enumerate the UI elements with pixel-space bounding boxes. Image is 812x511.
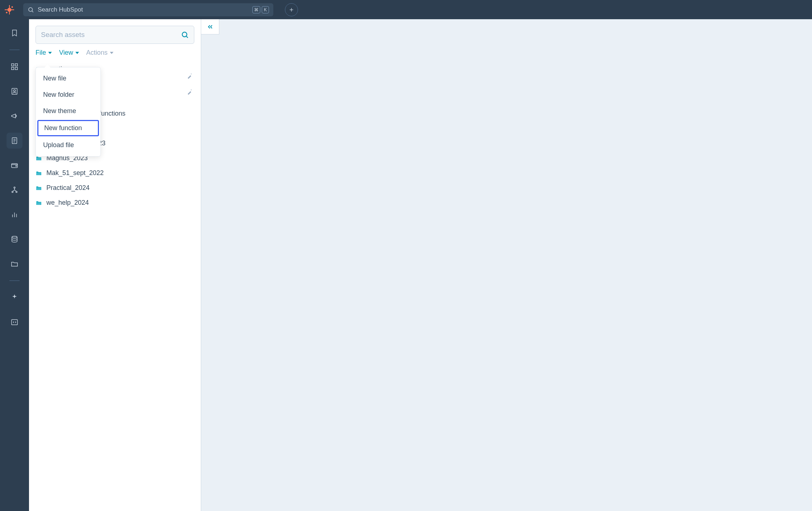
- svg-line-32: [186, 36, 188, 38]
- global-search[interactable]: ⌘ K: [23, 3, 273, 16]
- nav-divider: [9, 281, 20, 281]
- svg-point-24: [12, 191, 13, 193]
- svg-rect-14: [15, 67, 17, 70]
- svg-point-22: [16, 165, 17, 166]
- nav-apps[interactable]: [7, 59, 22, 75]
- collapse-all-button[interactable]: [186, 73, 193, 81]
- tree-item-label: Practical_2024: [46, 184, 90, 192]
- file-dropdown: New fileNew folderNew themeNew functionU…: [36, 67, 101, 157]
- view-menu[interactable]: View: [59, 49, 79, 57]
- svg-rect-2: [9, 11, 10, 14]
- wallet-icon: [11, 161, 18, 169]
- workflow-icon: [11, 186, 18, 194]
- nav-code[interactable]: [7, 314, 22, 330]
- nav-commerce[interactable]: [7, 157, 22, 173]
- wand-icon: [186, 73, 193, 79]
- nav-contacts[interactable]: [7, 83, 22, 99]
- chart-icon: [11, 211, 18, 219]
- chevron-double-left-icon: [207, 23, 214, 30]
- folder-icon: [11, 260, 18, 268]
- nav-automation[interactable]: [7, 182, 22, 198]
- expand-all-button[interactable]: [186, 89, 193, 97]
- plus-icon: [289, 7, 294, 13]
- file-menu-item[interactable]: New function: [37, 120, 99, 136]
- nav-divider: [9, 50, 20, 50]
- svg-point-16: [13, 90, 16, 92]
- svg-line-8: [32, 11, 33, 12]
- create-button[interactable]: [285, 3, 298, 16]
- actions-menu[interactable]: Actions: [86, 49, 113, 57]
- top-bar: ⌘ K: [0, 0, 812, 19]
- svg-point-29: [12, 236, 17, 238]
- folder-icon: [36, 185, 42, 191]
- folder-icon: [36, 170, 42, 176]
- nav-ai[interactable]: [7, 290, 22, 306]
- svg-point-23: [14, 187, 15, 188]
- hubspot-logo[interactable]: [4, 5, 14, 15]
- tree-item-label: we_help_2024: [46, 199, 89, 207]
- svg-rect-13: [12, 67, 14, 70]
- megaphone-icon: [11, 112, 18, 120]
- svg-rect-3: [5, 9, 8, 10]
- file-menu-item[interactable]: New file: [36, 70, 100, 87]
- folder-icon: [36, 200, 42, 206]
- file-menu-item[interactable]: Upload file: [36, 137, 100, 153]
- tree-item-folder[interactable]: Practical_2024: [36, 184, 194, 192]
- nav-data[interactable]: [7, 231, 22, 247]
- file-panel: File View Actions fxfunctions_2022ober_2…: [29, 19, 201, 511]
- file-menu[interactable]: File: [36, 49, 52, 57]
- nav-content[interactable]: [7, 133, 22, 149]
- tree-actions: [186, 73, 193, 97]
- svg-point-34: [191, 90, 191, 90]
- chevron-down-icon: [110, 52, 113, 54]
- svg-rect-11: [12, 64, 14, 66]
- contact-icon: [11, 87, 18, 95]
- asset-search-input[interactable]: [41, 31, 177, 39]
- tree-item-folder[interactable]: we_help_2024: [36, 199, 194, 207]
- nav-bookmark[interactable]: [7, 25, 22, 41]
- svg-point-7: [29, 8, 33, 12]
- sparkle-icon: [11, 294, 18, 302]
- svg-rect-15: [12, 88, 17, 95]
- kbd-cmd: ⌘: [252, 6, 260, 13]
- code-icon: [11, 318, 18, 326]
- database-icon: [11, 235, 18, 243]
- tree-item-folder[interactable]: Mak_51_sept_2022: [36, 169, 194, 177]
- svg-point-25: [16, 191, 17, 193]
- nav-rail: [0, 19, 29, 511]
- svg-point-5: [11, 6, 13, 8]
- global-search-input[interactable]: [38, 6, 249, 13]
- svg-point-0: [8, 8, 12, 12]
- bookmark-icon: [11, 29, 18, 37]
- svg-point-31: [182, 32, 187, 37]
- nav-reporting[interactable]: [7, 207, 22, 223]
- search-icon: [181, 31, 189, 39]
- svg-point-6: [6, 12, 7, 13]
- asset-search[interactable]: [36, 26, 194, 44]
- document-icon: [11, 137, 18, 145]
- chevron-down-icon: [75, 52, 79, 54]
- panel-menubar: File View Actions: [36, 49, 194, 57]
- svg-rect-12: [15, 64, 17, 66]
- keyboard-shortcut: ⌘ K: [252, 6, 269, 13]
- file-menu-item[interactable]: New theme: [36, 103, 100, 119]
- svg-point-33: [191, 74, 191, 74]
- svg-rect-30: [12, 320, 18, 325]
- actions-menu-label: Actions: [86, 49, 108, 57]
- file-menu-label: File: [36, 49, 46, 57]
- view-menu-label: View: [59, 49, 73, 57]
- nav-marketing[interactable]: [7, 108, 22, 124]
- svg-rect-4: [11, 9, 14, 10]
- chevron-down-icon: [48, 52, 52, 54]
- editor-area: [201, 19, 812, 511]
- tree-item-label: Mak_51_sept_2022: [46, 169, 104, 177]
- search-icon: [28, 7, 34, 13]
- grid-icon: [11, 63, 18, 71]
- collapse-panel-button[interactable]: [201, 19, 219, 34]
- svg-rect-1: [9, 5, 10, 8]
- file-menu-item[interactable]: New folder: [36, 87, 100, 103]
- nav-files[interactable]: [7, 256, 22, 272]
- kbd-k: K: [262, 6, 269, 13]
- wand-icon: [186, 89, 193, 95]
